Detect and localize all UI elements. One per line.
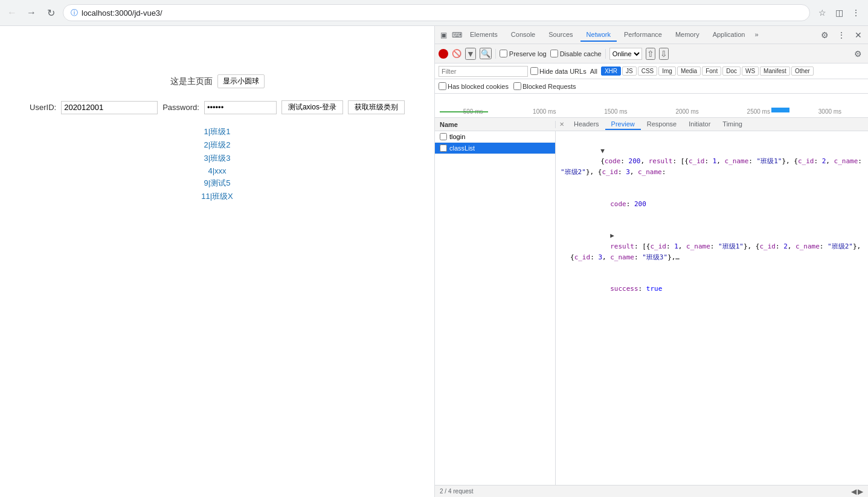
xhr-filter-button[interactable]: XHR — [601, 67, 621, 76]
address-bar[interactable]: ⓘ localhost:3000/jd-vue3/ — [63, 4, 810, 21]
list-item[interactable]: 2|班级2 — [204, 140, 231, 151]
json-line-success: success: true — [561, 273, 863, 305]
js-filter-button[interactable]: JS — [622, 67, 637, 76]
json-cname5-key: c_name — [796, 242, 820, 250]
url-text: localhost:3000/jd-vue3/ — [82, 8, 162, 18]
network-row-classList[interactable]: classList — [435, 143, 555, 154]
font-filter-button[interactable]: Font — [702, 67, 721, 76]
blocked-requests-checkbox[interactable] — [513, 82, 521, 90]
classList-name: classList — [449, 145, 475, 152]
back-button[interactable]: ← — [5, 5, 19, 20]
scroll-left-button[interactable]: ◀ — [851, 487, 857, 496]
json-etc3: }, { — [744, 242, 760, 250]
password-input[interactable] — [204, 101, 277, 114]
json-comma: , — [640, 157, 648, 165]
stop-button[interactable]: 🚫 — [452, 49, 461, 59]
record-button[interactable] — [439, 49, 448, 59]
ws-filter-button[interactable]: WS — [742, 67, 759, 76]
scroll-right-button[interactable]: ▶ — [858, 487, 863, 496]
json-colon5: : — [814, 157, 821, 165]
devtools-close-button[interactable]: ✕ — [851, 28, 866, 42]
devtools-tab-network[interactable]: Network — [580, 28, 617, 42]
devtools-tab-more[interactable]: » — [752, 28, 760, 42]
filter-input[interactable] — [439, 66, 528, 77]
list-item[interactable]: 11|班级X — [201, 191, 233, 202]
preview-tab[interactable]: Preview — [605, 119, 641, 130]
initiator-tab[interactable]: Initiator — [683, 119, 716, 130]
export-button[interactable]: ⇩ — [659, 48, 669, 60]
disable-cache-checkbox[interactable] — [550, 50, 558, 57]
classList-checkbox[interactable] — [440, 145, 447, 152]
import-button[interactable]: ⇧ — [646, 48, 655, 60]
reload-button[interactable]: ↻ — [43, 5, 58, 20]
extensions-button[interactable]: ◫ — [832, 5, 846, 20]
devtools-more-button[interactable]: ⋮ — [834, 28, 849, 42]
preserve-log-checkbox[interactable] — [500, 50, 507, 57]
timeline-bar: 500 ms 1000 ms 1500 ms 2000 ms 2500 ms 3… — [435, 94, 868, 118]
undock-button[interactable]: ⌨ — [451, 29, 463, 41]
doc-filter-button[interactable]: Doc — [722, 67, 741, 76]
forward-button[interactable]: → — [24, 5, 39, 20]
disable-cache-checkbox-label[interactable]: Disable cache — [550, 50, 602, 57]
network-names-column: tlogin classList — [435, 131, 556, 485]
json-colon15: : — [590, 253, 598, 261]
preserve-log-checkbox-label[interactable]: Preserve log — [500, 50, 547, 57]
settings-button[interactable]: ⋮ — [849, 5, 863, 20]
all-filter-btn[interactable]: All — [589, 68, 599, 75]
blocked-requests-label[interactable]: Blocked Requests — [513, 82, 576, 90]
json-cname4-key: c_name — [686, 242, 710, 250]
json-colon14: : — [820, 242, 828, 250]
hide-data-urls-checkbox[interactable] — [530, 67, 538, 75]
search-button[interactable]: 🔍 — [480, 48, 492, 59]
login-button[interactable]: 测试axios-登录 — [281, 100, 343, 114]
userid-input[interactable] — [61, 101, 158, 114]
list-item[interactable]: 3|班级3 — [204, 153, 231, 164]
json-colon11: : — [666, 242, 674, 250]
img-filter-button[interactable]: Img — [658, 67, 676, 76]
has-blocked-cookies-label[interactable]: Has blocked cookies — [439, 82, 509, 90]
headers-tab[interactable]: Headers — [568, 119, 605, 130]
hide-data-urls-label[interactable]: Hide data URLs — [530, 67, 587, 75]
response-tab[interactable]: Response — [641, 119, 683, 130]
devtools-tab-elements[interactable]: Elements — [464, 28, 504, 42]
list-item[interactable]: 4|xxx — [208, 166, 226, 175]
devtools-tab-memory[interactable]: Memory — [669, 28, 706, 42]
filter-toggle-button[interactable]: ▼ — [465, 48, 476, 60]
json-cid6-val: 3 — [598, 253, 602, 261]
devtools-tab-sources[interactable]: Sources — [542, 28, 579, 42]
json-colon16: : — [634, 253, 642, 261]
timing-tab[interactable]: Timing — [716, 119, 748, 130]
json-cid4-val: 1 — [674, 242, 678, 250]
media-filter-button[interactable]: Media — [677, 67, 701, 76]
close-column-header[interactable]: ✕ — [556, 121, 568, 128]
list-item[interactable]: 1|班级1 — [204, 126, 231, 137]
devtools-tab-application[interactable]: Application — [707, 28, 751, 42]
page-title-row: 这是主页面 显示小圆球 — [12, 74, 422, 88]
devtools-settings-button[interactable]: ⚙ — [817, 28, 832, 42]
collapse-arrow[interactable]: ▼ — [600, 147, 605, 155]
devtools-tab-performance[interactable]: Performance — [618, 28, 668, 42]
json-comma4: , — [630, 168, 638, 176]
expand-result-arrow[interactable]: ▶ — [610, 232, 614, 239]
network-settings-button[interactable]: ⚙ — [851, 47, 864, 60]
bookmark-button[interactable]: ☆ — [815, 5, 829, 20]
timeline-label-500: 500 ms — [437, 108, 509, 117]
tlogin-checkbox[interactable] — [440, 133, 447, 140]
get-class-button[interactable]: 获取班级类别 — [348, 100, 405, 114]
css-filter-button[interactable]: CSS — [638, 67, 658, 76]
dock-button[interactable]: ▣ — [437, 29, 449, 41]
other-filter-button[interactable]: Other — [791, 67, 814, 76]
network-row-tlogin[interactable]: tlogin — [435, 131, 555, 143]
devtools-tab-console[interactable]: Console — [505, 28, 541, 42]
network-throttle-select[interactable]: Online — [609, 48, 642, 60]
list-item[interactable]: 9|测试5 — [204, 178, 231, 189]
devtools-panel: ▣ ⌨ Elements Console Sources Network Per… — [434, 26, 868, 497]
json-comma6: , — [788, 242, 796, 250]
has-blocked-cookies-checkbox[interactable] — [439, 82, 446, 90]
manifest-filter-button[interactable]: Manifest — [760, 67, 790, 76]
show-ball-button[interactable]: 显示小圆球 — [217, 74, 265, 88]
disable-cache-label: Disable cache — [560, 50, 602, 57]
json-colon: : — [620, 157, 628, 165]
json-colon4: : — [748, 157, 756, 165]
json-comma2: , — [716, 157, 724, 165]
